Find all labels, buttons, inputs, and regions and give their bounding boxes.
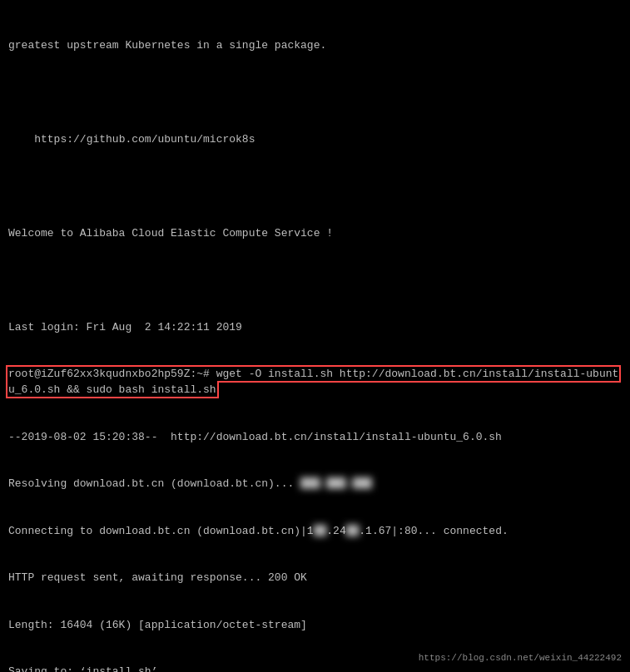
line-4 bbox=[8, 179, 622, 195]
line-3: https://github.com/ubuntu/microk8s bbox=[8, 132, 622, 148]
line-12: HTTP request sent, awaiting response... … bbox=[8, 571, 622, 586]
connected-text: connected. bbox=[444, 525, 508, 537]
command-highlight: root@iZuf62xx3kqudnxbo2hp59Z:~# wget -O … bbox=[8, 368, 618, 396]
line-6 bbox=[8, 273, 622, 289]
ip-blurred-1: ███.███.███ bbox=[300, 477, 372, 490]
command-line: root@iZuf62xx3kqudnxbo2hp59Z:~# wget -O … bbox=[8, 367, 622, 398]
ip-blurred-2: ██ bbox=[314, 525, 327, 537]
line-14: Saving to: ‘install.sh’ bbox=[8, 665, 622, 672]
line-13: Length: 16404 (16K) [application/octet-s… bbox=[8, 618, 622, 634]
line-9: --2019-08-02 15:20:38-- http://download.… bbox=[8, 430, 622, 446]
line-7: Last login: Fri Aug 2 14:22:11 2019 bbox=[8, 320, 622, 336]
watermark: https://blog.csdn.net/weixin_44222492 bbox=[419, 652, 622, 665]
line-1: greatest upstream Kubernetes in a single… bbox=[8, 38, 622, 54]
terminal: greatest upstream Kubernetes in a single… bbox=[8, 7, 622, 672]
line-11: Connecting to download.bt.cn (download.b… bbox=[8, 524, 622, 540]
line-5: Welcome to Alibaba Cloud Elastic Compute… bbox=[8, 226, 622, 242]
ip-blurred-3: ██ bbox=[346, 525, 360, 537]
line-10: Resolving download.bt.cn (download.bt.cn… bbox=[8, 477, 622, 492]
line-2 bbox=[8, 85, 622, 101]
